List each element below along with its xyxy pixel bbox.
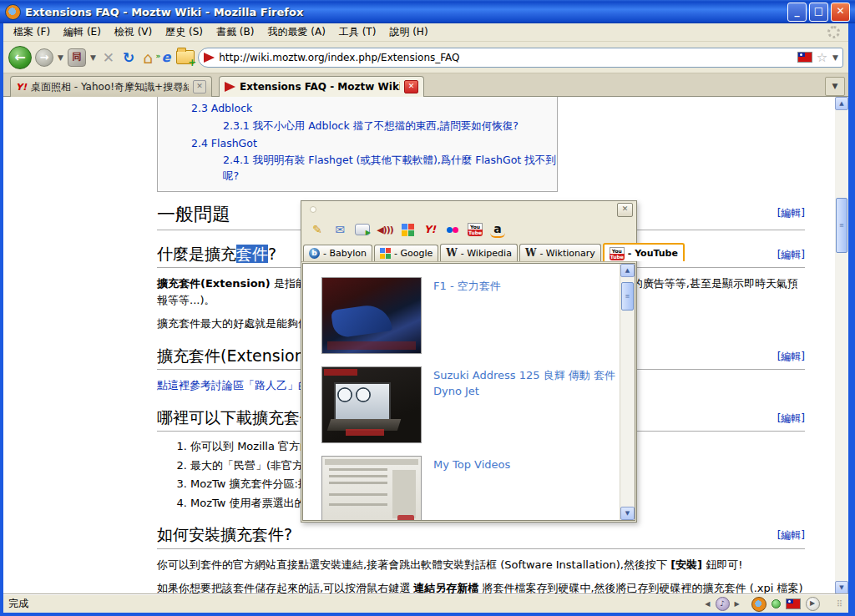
google-icon (380, 248, 391, 259)
email-icon[interactable]: ✉ (332, 222, 347, 237)
close-button[interactable]: ✕ (831, 3, 850, 22)
youtube-icon: YouTube (610, 247, 625, 259)
play-icon[interactable]: ▶ (806, 597, 820, 611)
popup-scrollbar[interactable]: ▲ ≡ ▼ (620, 264, 635, 520)
url-dropdown-icon[interactable]: ▼ (832, 53, 839, 62)
scroll-up-icon[interactable]: ▲ (620, 264, 635, 277)
tongwentang-button[interactable]: 同 (68, 48, 86, 67)
edit-section-link[interactable]: [編輯] (777, 207, 805, 219)
menu-file[interactable]: 檔案 (F) (7, 23, 57, 41)
google-icon[interactable] (400, 222, 415, 237)
popup-tab-bar: b - Babylon - Google W - Wikipedia W - W… (301, 241, 636, 262)
url-text[interactable]: http://wiki.moztw.org/index.php/Extensio… (219, 52, 792, 63)
speaker-icon[interactable]: ◀))) (377, 222, 392, 237)
site-favicon (204, 53, 215, 63)
video-thumbnail[interactable] (321, 366, 422, 443)
foxytunes-controls[interactable]: ◀ ♪ ▶ (705, 597, 739, 611)
history-dropdown-icon[interactable]: ▼ (57, 53, 64, 62)
maximize-button[interactable]: □ (809, 3, 828, 22)
toc-link[interactable]: 2.4.1 我明明有裝 Flashget (或其他下載軟體),爲什麼 Flash… (223, 154, 556, 182)
video-title-link[interactable]: Suzuki Address 125 良輝 傳動 套件 Dyno Jet (422, 366, 617, 443)
menu-view[interactable]: 檢視 (V) (108, 23, 159, 41)
scroll-down-icon[interactable]: ▼ (620, 507, 635, 520)
video-results-list: F1 - 空力套件 Suzuki Address 125 良輝 傳動 套件 Dy… (303, 264, 620, 520)
firefox-status-icon[interactable] (751, 597, 766, 612)
menu-edit[interactable]: 編輯 (E) (57, 23, 108, 41)
tab-close-icon[interactable]: ✕ (404, 80, 418, 93)
tab-extensions-faq[interactable]: Extensions FAQ - Moztw Wiki ✕ (219, 76, 424, 97)
stop-button[interactable]: ✕ (100, 49, 117, 66)
prev-track-icon[interactable]: ◀ (705, 600, 710, 608)
toc-link[interactable]: 2.4 FlashGot (191, 137, 257, 149)
navigation-toolbar: ← → ▼ 同 ▼ ✕ ↻ ⌂ »e + http://wiki.moztw.o… (3, 42, 848, 73)
search-popup-window: ✕ ✎ ✉ ◀))) Y! YouTube a b - Babylon - Go… (301, 200, 637, 523)
throbber-icon (827, 26, 840, 38)
popup-icon-toolbar: ✎ ✉ ◀))) Y! YouTube a (301, 218, 636, 241)
edit-section-link[interactable]: [編輯] (777, 249, 805, 260)
popup-results-panel: F1 - 空力套件 Suzuki Address 125 良輝 傳動 套件 Dy… (302, 263, 635, 521)
back-button[interactable]: ← (8, 46, 32, 69)
page-scrollbar[interactable]: ▲ ≡ ▼ (835, 97, 848, 594)
music-note-icon[interactable]: ♪ (716, 597, 730, 611)
new-folder-button[interactable]: + (176, 50, 195, 64)
menu-bar: 檔案 (F) 編輯 (E) 檢視 (V) 歷史 (S) 書籤 (B) 我的最愛 … (3, 23, 848, 42)
video-thumbnail[interactable] (321, 456, 422, 521)
address-bar[interactable]: http://wiki.moztw.org/index.php/Extensio… (198, 48, 843, 68)
video-thumbnail[interactable] (321, 277, 422, 354)
video-result-row[interactable]: My Top Videos (321, 456, 617, 521)
toc-link[interactable]: 2.3.1 我不小心用 Adblock 擋了不想擋的東西,請問要如何恢復? (223, 119, 519, 132)
popup-bullet-icon (310, 206, 316, 213)
edit-section-link[interactable]: [編輯] (777, 529, 805, 541)
window-title: Extensions FAQ - Moztw Wiki - Mozilla Fi… (25, 6, 785, 18)
popup-tab-wiktionary[interactable]: W - Wiktionary (519, 244, 601, 261)
next-track-icon[interactable]: ▶ (735, 600, 740, 608)
bookmark-star-icon[interactable]: ☆ (817, 50, 827, 65)
translate-chat-icon[interactable] (355, 222, 370, 237)
resize-grip[interactable]: ⠿ (837, 599, 843, 608)
view-in-ie-button[interactable]: »e (159, 49, 173, 66)
video-result-row[interactable]: F1 - 空力套件 (321, 277, 617, 354)
video-title-link[interactable]: F1 - 空力套件 (422, 277, 501, 354)
menu-bookmarks[interactable]: 書籤 (B) (210, 23, 261, 41)
reload-button[interactable]: ↻ (120, 49, 137, 66)
menu-tools[interactable]: 工具 (T) (332, 23, 383, 41)
list-all-tabs-button[interactable]: ▼ (825, 77, 845, 96)
toc-link[interactable]: 2.3 Adblock (191, 102, 252, 114)
flickr-icon[interactable] (445, 222, 460, 237)
tab-yahoo-search[interactable]: Y! 桌面照相 - Yahoo!奇摩知識+搜尋結果 ✕ (10, 76, 212, 97)
minimize-button[interactable]: _ (787, 3, 807, 22)
youtube-icon[interactable]: YouTube (468, 222, 483, 237)
video-title-link[interactable]: My Top Videos (422, 456, 510, 521)
popup-tab-wikipedia[interactable]: W - Wikipedia (440, 244, 518, 261)
babylon-icon: b (309, 248, 320, 259)
tab-close-icon[interactable]: ✕ (193, 80, 206, 93)
scroll-down-icon[interactable]: ▼ (835, 581, 848, 594)
section-heading-how-to-install: [編輯] 如何安裝擴充套件? (157, 523, 805, 549)
edit-section-link[interactable]: [編輯] (777, 412, 805, 424)
amazon-icon[interactable]: a (490, 221, 505, 238)
menu-history[interactable]: 歷史 (S) (159, 23, 210, 41)
tongwentang-dropdown-icon[interactable]: ▼ (89, 53, 97, 62)
popup-close-button[interactable]: ✕ (617, 203, 633, 217)
tab-label: 桌面照相 - Yahoo!奇摩知識+搜尋結果 (31, 80, 189, 94)
paragraph: 如果你想要把該套件儲存起來的話,可以按滑鼠右鍵選 連結另存新檔 將套件檔案存到硬… (157, 580, 805, 594)
taiwan-flag-icon[interactable] (797, 52, 812, 63)
popup-titlebar[interactable]: ✕ (301, 201, 636, 218)
home-button[interactable]: ⌂ (140, 49, 155, 66)
yahoo-icon[interactable]: Y! (422, 222, 438, 237)
popup-tab-babylon[interactable]: b - Babylon (303, 245, 372, 261)
edit-section-link[interactable]: [編輯] (777, 351, 805, 362)
edit-note-icon[interactable]: ✎ (310, 222, 325, 237)
scroll-up-icon[interactable]: ▲ (835, 97, 848, 110)
menu-help[interactable]: 說明 (H) (382, 23, 434, 41)
status-bar: 完成 ◀ ♪ ▶ ▶ ⠿ (3, 594, 848, 613)
popup-tab-google[interactable]: - Google (374, 245, 438, 261)
video-result-row[interactable]: Suzuki Address 125 良輝 傳動 套件 Dyno Jet (321, 366, 617, 443)
popup-tab-youtube[interactable]: YouTube - YouTube (603, 243, 685, 261)
paragraph: 你可以到套件的官方網站直接點選安裝連結,接著會跳出軟體安裝對話框 (Softwa… (157, 557, 805, 573)
scrollbar-thumb[interactable]: ≡ (836, 198, 847, 253)
scrollbar-thumb[interactable]: ≡ (621, 282, 634, 311)
forward-button[interactable]: → (35, 48, 53, 67)
taiwan-flag-icon[interactable] (786, 598, 801, 609)
menu-favorites[interactable]: 我的最愛 (A) (261, 23, 331, 41)
